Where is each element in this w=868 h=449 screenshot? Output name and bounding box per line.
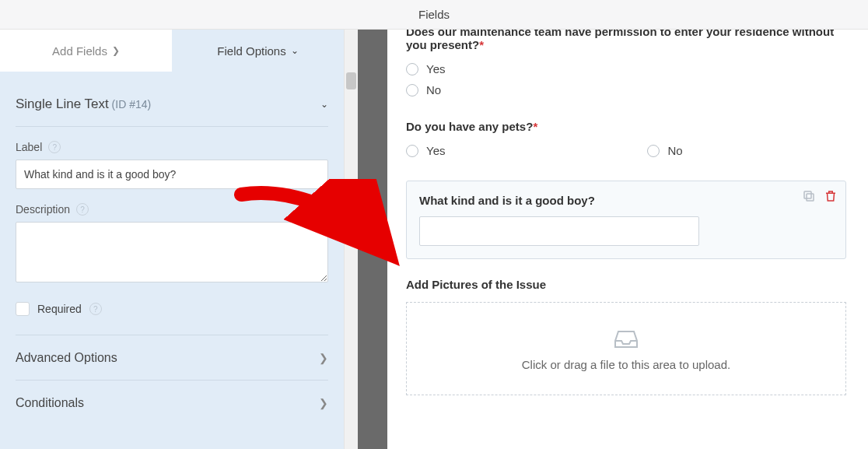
tab-field-options-label: Field Options bbox=[217, 44, 285, 58]
field-action-icons bbox=[802, 189, 838, 203]
left-scrollbar[interactable] bbox=[344, 30, 358, 449]
description-input[interactable] bbox=[16, 222, 328, 282]
label-row: Label ? bbox=[16, 141, 328, 153]
label-text: Label bbox=[16, 141, 42, 153]
chevron-right-icon: ❯ bbox=[319, 352, 328, 364]
svg-rect-0 bbox=[807, 194, 814, 201]
pets-options: Yes No bbox=[406, 144, 846, 157]
panel-tabs: Add Fields ❯ Field Options ⌄ bbox=[0, 30, 344, 72]
advanced-options-row[interactable]: Advanced Options ❯ bbox=[16, 335, 328, 381]
field-id: (ID #14) bbox=[112, 98, 152, 110]
permission-options: Yes No bbox=[406, 62, 846, 96]
svg-rect-1 bbox=[804, 191, 811, 198]
radio-no[interactable]: No bbox=[647, 144, 682, 157]
advanced-options-label: Advanced Options bbox=[16, 351, 117, 365]
radio-icon bbox=[406, 84, 418, 96]
question-pets: Do you have any pets?* bbox=[406, 120, 846, 133]
left-panel: Add Fields ❯ Field Options ⌄ Single Line… bbox=[0, 30, 344, 449]
description-text: Description bbox=[16, 203, 70, 216]
trash-icon[interactable] bbox=[824, 189, 838, 203]
selected-field-label: What kind and is it a good boy? bbox=[419, 194, 833, 207]
conditionals-label: Conditionals bbox=[16, 396, 84, 410]
radio-icon bbox=[647, 145, 660, 157]
radio-icon bbox=[406, 63, 418, 75]
radio-icon bbox=[406, 145, 418, 157]
page-header: Fields bbox=[0, 0, 868, 30]
field-type-name: Single Line Text bbox=[16, 96, 109, 111]
tab-add-fields[interactable]: Add Fields ❯ bbox=[0, 30, 172, 72]
upload-label: Add Pictures of the Issue bbox=[406, 278, 846, 291]
field-options-body: Single Line Text (ID #14) ⌄ Label ? Desc… bbox=[0, 72, 344, 449]
chevron-right-icon: ❯ bbox=[112, 45, 120, 56]
file-dropzone[interactable]: Click or drag a file to this area to upl… bbox=[406, 302, 846, 395]
field-type-title: Single Line Text (ID #14) bbox=[16, 96, 151, 112]
chevron-down-icon: ⌄ bbox=[291, 45, 299, 56]
description-row: Description ? bbox=[16, 203, 328, 216]
scrollbar-thumb[interactable] bbox=[346, 72, 356, 89]
field-type-header[interactable]: Single Line Text (ID #14) ⌄ bbox=[16, 86, 328, 127]
required-star: * bbox=[479, 38, 484, 51]
conditionals-row[interactable]: Conditionals ❯ bbox=[16, 381, 328, 426]
selected-field-input[interactable] bbox=[419, 216, 699, 246]
help-icon[interactable]: ? bbox=[48, 141, 61, 153]
required-star: * bbox=[533, 120, 537, 133]
main-layout: Add Fields ❯ Field Options ⌄ Single Line… bbox=[0, 30, 868, 449]
panel-divider bbox=[358, 30, 387, 449]
label-input[interactable] bbox=[16, 160, 328, 189]
required-row: Required ? bbox=[16, 285, 328, 335]
question-permission: Does our maintenance team have permissio… bbox=[406, 30, 846, 51]
radio-yes[interactable]: Yes bbox=[406, 62, 846, 75]
form-preview: Does our maintenance team have permissio… bbox=[387, 30, 868, 449]
chevron-right-icon: ❯ bbox=[319, 397, 328, 409]
tab-field-options[interactable]: Field Options ⌄ bbox=[172, 30, 344, 72]
tab-add-fields-label: Add Fields bbox=[52, 44, 107, 58]
selected-field-block[interactable]: What kind and is it a good boy? bbox=[406, 181, 846, 259]
radio-yes[interactable]: Yes bbox=[406, 144, 445, 157]
radio-no[interactable]: No bbox=[406, 83, 846, 96]
required-label: Required bbox=[37, 303, 82, 315]
help-icon[interactable]: ? bbox=[76, 203, 89, 216]
inbox-icon bbox=[612, 327, 640, 350]
required-checkbox[interactable] bbox=[16, 302, 30, 316]
duplicate-icon[interactable] bbox=[802, 189, 816, 203]
help-icon[interactable]: ? bbox=[89, 303, 102, 315]
page-title: Fields bbox=[418, 8, 450, 21]
dropzone-text: Click or drag a file to this area to upl… bbox=[522, 358, 730, 371]
chevron-down-icon: ⌄ bbox=[320, 99, 328, 110]
